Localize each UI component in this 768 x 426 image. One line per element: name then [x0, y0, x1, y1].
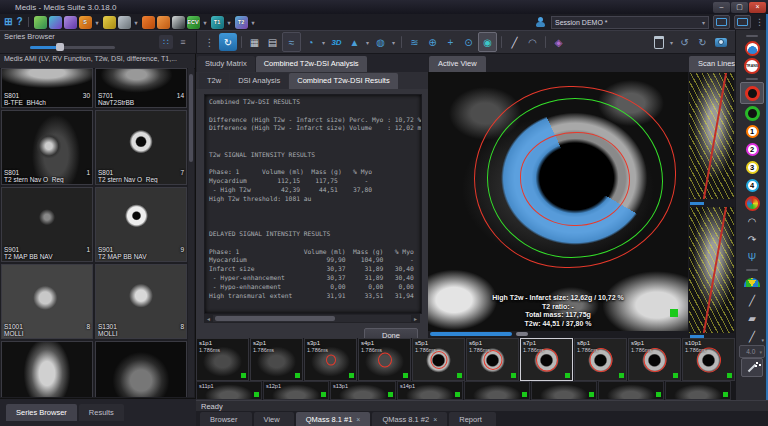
app-icon-ecv[interactable]: ECV	[187, 16, 200, 29]
session-selector[interactable]: Session DEMO * ▾	[551, 16, 709, 29]
filmstrip-frame[interactable]: s2p1 1.786ms	[250, 338, 303, 381]
stack-icon[interactable]: ≋	[406, 33, 423, 51]
scroll-right-arrow[interactable]: ►	[411, 316, 420, 322]
more-options-icon[interactable]: ⋮	[755, 17, 764, 27]
results-hscrollbar[interactable]: ◄ ►	[204, 314, 420, 323]
contour-edit-icon[interactable]: ◉	[478, 32, 497, 52]
separator[interactable]	[401, 36, 402, 48]
app-icon-orange-stripe2[interactable]	[157, 16, 170, 29]
dropdown-caret-icon[interactable]: ▾	[133, 16, 140, 29]
eraser-tool-icon[interactable]: ▰	[740, 309, 764, 327]
thickness-select[interactable]: 4.0▾	[739, 345, 765, 358]
pan-move-icon[interactable]: +	[442, 33, 459, 51]
app-icon-green-shield[interactable]	[34, 16, 47, 29]
colormap-icon[interactable]	[740, 273, 764, 291]
scroll-left-arrow[interactable]: ◄	[204, 316, 213, 322]
workspace-tab[interactable]: Browser	[200, 412, 252, 426]
roi-4-icon[interactable]: 4	[740, 176, 764, 194]
filmstrip-frame[interactable]: s1p1 1.786ms	[196, 338, 249, 381]
series-thumbnail[interactable]: S1301 8 MOLLI	[95, 264, 187, 339]
study-matrix-icon[interactable]: ▦	[246, 33, 263, 51]
dropdown-caret-icon[interactable]: ▾	[320, 33, 327, 51]
scan-lines-image-2[interactable]	[689, 207, 734, 333]
es-ed-phase-icon[interactable]	[740, 39, 764, 57]
series-thumbnail[interactable]: S801 30 B-TFE_BH4ch	[1, 68, 93, 108]
filmstrip-frame[interactable]	[598, 381, 664, 400]
auto-sync-icon[interactable]: ↻	[219, 33, 237, 51]
dropdown-caret-icon[interactable]: ▾	[390, 33, 397, 51]
dropdown-caret-icon[interactable]: ▾	[250, 16, 257, 29]
dropdown-caret-icon[interactable]: ▾	[94, 16, 101, 29]
scan-lines-image-1[interactable]	[689, 73, 734, 199]
layout-icon[interactable]	[713, 15, 730, 29]
filmstrip-frame[interactable]	[531, 381, 597, 400]
layout-rows-icon[interactable]: ▤	[264, 33, 281, 51]
filmstrip-frame[interactable]: s7p1 1.786ms	[520, 338, 573, 381]
help-icon[interactable]: ?	[16, 16, 22, 28]
qmass-globe-icon[interactable]: ◔	[302, 33, 319, 51]
dropdown-caret-icon[interactable]: ▾	[202, 16, 209, 29]
grip-handle[interactable]	[740, 266, 764, 273]
series-thumbnail[interactable]: S701 14 NavT2StrBB	[95, 68, 187, 108]
separator[interactable]	[501, 36, 502, 48]
filmstrip-frame[interactable]: s11p1	[196, 381, 262, 400]
analysis-subtab[interactable]: Combined T2w-DSI Results	[289, 73, 397, 89]
shield-tool-icon[interactable]: ◈	[550, 33, 567, 51]
filmstrip-frame[interactable]: s9p1 1.786ms	[628, 338, 681, 381]
filmstrip-frame[interactable]: s10p1 1.786ms	[682, 338, 735, 381]
series-scrollbar[interactable]	[188, 68, 194, 397]
app-icon-t2[interactable]: T2	[235, 16, 248, 29]
series-thumbnail[interactable]	[95, 341, 187, 397]
grip-handle[interactable]	[740, 75, 764, 82]
roi-1-icon[interactable]: 1	[740, 122, 764, 140]
series-panel-tab[interactable]: Results	[79, 404, 124, 421]
filmstrip-frame[interactable]: s13p1	[330, 381, 396, 400]
series-thumbnail[interactable]	[1, 341, 93, 397]
close-button[interactable]: ×	[749, 2, 766, 13]
series-thumbnail[interactable]: S801 1 T2 stern Nav O_Reg	[1, 110, 93, 185]
minimize-button[interactable]: –	[713, 2, 730, 13]
maximize-button[interactable]: ▢	[731, 2, 748, 13]
anchor-points-icon[interactable]: Ψ	[740, 248, 764, 266]
magnify-icon[interactable]: ⊙	[460, 33, 477, 51]
workspace-tab[interactable]: QMass 8.1 #1×	[296, 412, 371, 426]
cone-view-icon[interactable]: ▲	[346, 33, 363, 51]
filmstrip-frame[interactable]: s5p1 1.786ms	[412, 338, 465, 381]
signal-graph-icon[interactable]: ≈	[282, 32, 301, 52]
line-width-icon[interactable]: ╱ ▾	[740, 327, 764, 345]
app-icon-flask[interactable]	[172, 16, 185, 29]
scrollbar-thumb[interactable]	[430, 332, 512, 336]
transversal-view-icon[interactable]: TRANS	[740, 57, 764, 75]
series-thumbnail[interactable]: S1001 8 MOLLI	[1, 264, 93, 339]
measure-line-icon[interactable]: ╱	[506, 33, 523, 51]
epicardial-contour-icon[interactable]	[740, 104, 764, 122]
filmstrip-frame[interactable]: s3p1 1.786ms	[304, 338, 357, 381]
grid-view-button[interactable]: ∷	[159, 35, 173, 49]
roi-2-icon[interactable]: 2	[740, 140, 764, 158]
pullback-arrow-icon[interactable]: ↷	[740, 230, 764, 248]
series-thumbnail[interactable]: S801 7 T2 stern Nav O_Reg	[95, 110, 187, 185]
dropdown-caret-icon[interactable]: ▾	[364, 33, 371, 51]
app-icon-gray-shield[interactable]	[118, 16, 131, 29]
results-text-area[interactable]: Combined T2w-DSI RESULTS Difference (Hig…	[204, 94, 422, 314]
settings-gear-icon[interactable]: ⊕	[424, 33, 441, 51]
globe-view-icon[interactable]: ◍	[372, 33, 389, 51]
active-view-scrollbar[interactable]	[428, 331, 688, 338]
filmstrip-frame[interactable]: s4p1 1.786ms	[358, 338, 411, 381]
analysis-tab[interactable]: Combined T2w-DSI Analysis	[256, 56, 367, 72]
more-tools-icon[interactable]: ⋮	[201, 33, 218, 51]
workspace-tab[interactable]: QMass 8.1 #2×	[372, 412, 447, 426]
endocardial-contour[interactable]	[520, 132, 630, 226]
draw-tool-icon[interactable]: ╱	[740, 291, 764, 309]
scrollbar-thumb[interactable]	[189, 74, 193, 162]
separator[interactable]	[545, 36, 546, 48]
delete-icon[interactable]	[650, 33, 667, 51]
analysis-subtab[interactable]: DSI Analysis	[230, 73, 288, 89]
undo-icon[interactable]: ↺	[676, 33, 693, 51]
reset-layout-icon[interactable]	[734, 15, 751, 29]
list-view-button[interactable]: ≡	[176, 35, 190, 49]
filmstrip-frame[interactable]: s6p1 1.786ms	[466, 338, 519, 381]
app-icon-t1[interactable]: T1	[211, 16, 224, 29]
filmstrip-frame[interactable]	[665, 381, 731, 400]
workspace-tab[interactable]: View	[254, 412, 294, 426]
